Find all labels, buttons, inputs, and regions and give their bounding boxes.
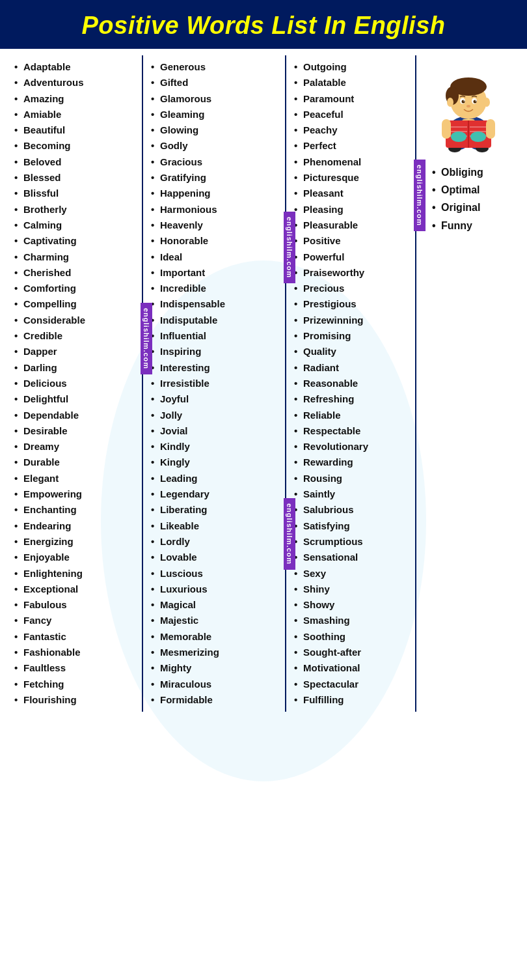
list-item: Refreshing <box>294 391 410 407</box>
list-item: Enchanting <box>14 502 137 518</box>
list-item: Lordly <box>151 534 280 550</box>
list-item: Reliable <box>294 408 410 423</box>
list-item: Sensational <box>294 550 410 565</box>
list-item: Durable <box>14 455 137 470</box>
list-item: Smashing <box>294 613 410 628</box>
list-item: Fashionable <box>14 645 137 660</box>
list-item: Legendary <box>151 486 280 502</box>
list-item: Important <box>151 265 280 281</box>
col1-list: AdaptableAdventurousAmazingAmiableBeauti… <box>9 55 139 712</box>
list-item: Revolutionary <box>294 439 410 455</box>
header: Positive Words List In English <box>0 0 527 49</box>
list-item: Luxurious <box>151 581 280 597</box>
list-item: Blissful <box>14 186 137 201</box>
list-item: Radiant <box>294 360 410 376</box>
list-item: Enlightening <box>14 566 137 581</box>
list-item: Spectacular <box>294 677 410 692</box>
list-item: Beautiful <box>14 122 137 138</box>
list-item: Powerful <box>294 249 410 265</box>
svg-point-29 <box>470 132 486 142</box>
list-item: Original <box>432 199 515 216</box>
columns-wrapper: AdaptableAdventurousAmazingAmiableBeauti… <box>7 55 520 712</box>
list-item: Becoming <box>14 138 137 154</box>
list-item: Fantastic <box>14 629 137 645</box>
list-item: Fulfilling <box>294 692 410 708</box>
list-item: Happening <box>151 186 280 201</box>
list-item: Obliging <box>432 163 515 181</box>
list-item: Memorable <box>151 629 280 645</box>
list-item: Liberating <box>151 502 280 518</box>
svg-point-13 <box>463 100 465 102</box>
list-item: Desirable <box>14 423 137 439</box>
list-item: Gracious <box>151 154 280 170</box>
list-item: Gleaming <box>151 107 280 122</box>
column-3: OutgoingPalatableParamountPeacefulPeachy… <box>286 55 416 712</box>
list-item: Blessed <box>14 170 137 186</box>
list-item: Beloved <box>14 154 137 170</box>
list-item: Dreamy <box>14 439 137 455</box>
watermark-col2-2: englishilm.com <box>284 498 295 570</box>
col2-list: GenerousGiftedGlamorousGleamingGlowingGo… <box>146 55 282 712</box>
svg-rect-27 <box>486 119 495 139</box>
list-item: Likeable <box>151 518 280 534</box>
main-content: AdaptableAdventurousAmazingAmiableBeauti… <box>0 49 527 980</box>
list-item: Salubrious <box>294 502 410 518</box>
list-item: Motivational <box>294 660 410 676</box>
list-item: Interesting <box>151 360 280 376</box>
list-item: Adventurous <box>14 75 137 91</box>
list-item: Praiseworthy <box>294 265 410 281</box>
list-item: Faultless <box>14 660 137 676</box>
list-item: Gifted <box>151 75 280 91</box>
col4-list: ObligingOptimalOriginalFunny <box>419 160 518 238</box>
list-item: Comforting <box>14 281 137 296</box>
list-item: Peachy <box>294 122 410 138</box>
list-item: Palatable <box>294 75 410 91</box>
list-item: Amiable <box>14 107 137 122</box>
list-item: Exceptional <box>14 581 137 597</box>
list-item: Quality <box>294 344 410 359</box>
list-item: Satisfying <box>294 518 410 534</box>
list-item: Charming <box>14 249 137 265</box>
list-item: Kingly <box>151 455 280 470</box>
list-item: Precious <box>294 281 410 296</box>
list-item: Kindly <box>151 439 280 455</box>
list-item: Indisputable <box>151 313 280 328</box>
list-item: Fetching <box>14 677 137 692</box>
list-item: Inspiring <box>151 344 280 359</box>
list-item: Luscious <box>151 566 280 581</box>
column-4: ObligingOptimalOriginalFunny <box>416 55 520 712</box>
list-item: Harmonious <box>151 202 280 217</box>
list-item: Cherished <box>14 265 137 281</box>
list-item: Perfect <box>294 138 410 154</box>
list-item: Positive <box>294 233 410 249</box>
list-item: Pleasing <box>294 202 410 217</box>
svg-point-11 <box>462 100 465 104</box>
list-item: Rewarding <box>294 455 410 470</box>
list-item: Optimal <box>432 181 515 199</box>
list-item: Showy <box>294 597 410 613</box>
list-item: Compelling <box>14 296 137 312</box>
list-item: Glamorous <box>151 91 280 107</box>
list-item: Honorable <box>151 233 280 249</box>
col4-words: ObligingOptimalOriginalFunny <box>419 160 518 238</box>
list-item: Respectable <box>294 423 410 439</box>
list-item: Picturesque <box>294 170 410 186</box>
list-item: Enjoyable <box>14 550 137 565</box>
list-item: Soothing <box>294 629 410 645</box>
list-item: Delicious <box>14 376 137 391</box>
list-item: Lovable <box>151 550 280 565</box>
list-item: Ideal <box>151 249 280 265</box>
list-item: Funny <box>432 217 515 234</box>
list-item: Paramount <box>294 91 410 107</box>
svg-point-15 <box>466 105 470 107</box>
svg-point-12 <box>474 100 477 104</box>
list-item: Indispensable <box>151 296 280 312</box>
list-item: Scrumptious <box>294 534 410 550</box>
list-item: Flourishing <box>14 692 137 708</box>
list-item: Joyful <box>151 391 280 407</box>
list-item: Fancy <box>14 613 137 628</box>
column-2: GenerousGiftedGlamorousGleamingGlowingGo… <box>143 55 286 712</box>
watermark-col1: englishilm.com <box>141 303 152 374</box>
list-item: Prizewinning <box>294 313 410 328</box>
list-item: Reasonable <box>294 376 410 391</box>
